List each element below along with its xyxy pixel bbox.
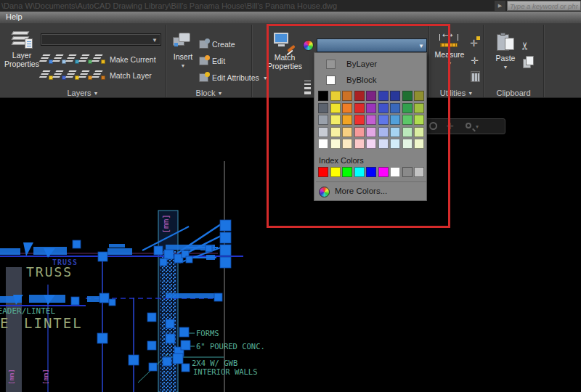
color-swatch[interactable]: [366, 127, 376, 137]
layer-unlock-icon[interactable]: [81, 53, 92, 64]
layer-properties-button[interactable]: Layer Properties: [4, 31, 39, 68]
color-swatch[interactable]: [390, 103, 400, 113]
color-swatch[interactable]: [354, 139, 365, 149]
color-swatch[interactable]: [414, 115, 424, 125]
color-swatch[interactable]: [402, 139, 413, 149]
color-swatch[interactable]: [414, 103, 424, 113]
color-swatch[interactable]: [318, 139, 328, 149]
layer-freeze-icon[interactable]: [55, 53, 66, 64]
color-swatch[interactable]: [330, 115, 341, 125]
layer-off-icon[interactable]: [42, 53, 53, 64]
color-swatch[interactable]: [402, 115, 413, 125]
color-swatch[interactable]: [330, 103, 341, 113]
color-swatch[interactable]: [330, 139, 341, 149]
color-swatch[interactable]: [378, 139, 389, 149]
color-option-bylayer[interactable]: ByLayer: [314, 57, 426, 72]
color-swatch[interactable]: [390, 91, 400, 101]
interior-walls-label[interactable]: INTERIOR WALLS: [193, 367, 258, 376]
search-input[interactable]: [507, 1, 581, 11]
search-go-button[interactable]: ▶: [495, 1, 505, 11]
chevron-down-icon[interactable]: ▼: [418, 43, 424, 49]
menu-help[interactable]: Help: [6, 12, 23, 23]
calculator-icon[interactable]: [471, 71, 480, 82]
forms-label[interactable]: FORMS: [196, 329, 219, 338]
color-swatch[interactable]: [354, 103, 365, 113]
dimension-text-inner[interactable]: [mm]: [42, 312, 49, 385]
layer-lock-orange-icon[interactable]: [81, 69, 92, 80]
color-swatch[interactable]: [354, 167, 365, 177]
color-swatch[interactable]: [390, 127, 400, 137]
color-swatch[interactable]: [342, 127, 352, 137]
layer-thaw-icon[interactable]: [55, 69, 66, 80]
color-swatch[interactable]: [366, 103, 376, 113]
insert-button[interactable]: Insert ▼: [169, 33, 197, 70]
color-swatch[interactable]: [318, 127, 328, 137]
measure-button[interactable]: Measure ▼: [433, 33, 466, 68]
match-layer-icon[interactable]: [94, 69, 105, 80]
edit-attributes-button[interactable]: Edit Attributes ▼: [199, 73, 268, 82]
color-swatch[interactable]: [342, 103, 352, 113]
lintel-label-large[interactable]: LINTEL: [24, 315, 83, 331]
color-swatch[interactable]: [318, 167, 328, 177]
color-swatch[interactable]: [378, 91, 389, 101]
color-swatch[interactable]: [354, 127, 365, 137]
paste-button[interactable]: Paste ▼: [492, 33, 519, 72]
layer-select-combobox[interactable]: ▼: [41, 33, 161, 46]
object-color-combobox[interactable]: ▼: [317, 38, 427, 52]
color-swatch[interactable]: [366, 167, 376, 177]
layers-panel-label[interactable]: Layers ▼: [0, 88, 166, 99]
color-swatch[interactable]: [402, 167, 413, 177]
color-swatch[interactable]: [330, 127, 341, 137]
make-current-button[interactable]: Make Current: [110, 55, 156, 64]
color-swatch[interactable]: [318, 103, 328, 113]
color-swatch[interactable]: [318, 115, 328, 125]
match-properties-button[interactable]: Match Properties: [266, 33, 304, 70]
color-swatch[interactable]: [366, 115, 376, 125]
color-swatch[interactable]: [330, 91, 341, 101]
color-swatch[interactable]: [390, 115, 400, 125]
block-panel-label[interactable]: Block ▼: [167, 88, 251, 99]
truss-label-large[interactable]: TRUSS: [26, 264, 73, 279]
color-swatch[interactable]: [390, 139, 400, 149]
id-point-icon[interactable]: ✛: [470, 38, 478, 49]
color-swatch[interactable]: [354, 115, 365, 125]
point-icon[interactable]: ✛: [471, 55, 479, 66]
copy-icon[interactable]: [526, 56, 534, 65]
make-current-icon[interactable]: [94, 53, 105, 64]
color-swatch[interactable]: [378, 115, 389, 125]
edit-block-button[interactable]: Edit: [199, 57, 225, 65]
color-swatch[interactable]: [342, 115, 352, 125]
color-swatch[interactable]: [402, 103, 413, 113]
color-swatch[interactable]: [342, 167, 352, 177]
layer-on-icon[interactable]: [42, 69, 53, 80]
color-swatch[interactable]: [414, 127, 424, 137]
more-colors-button[interactable]: More Colors...: [314, 184, 426, 200]
dimension-text-left[interactable]: [mm]: [8, 283, 15, 385]
poured-conc-label[interactable]: 6" POURED CONC.: [196, 342, 265, 351]
color-swatch[interactable]: [414, 91, 424, 101]
color-swatch[interactable]: [366, 139, 376, 149]
gwb-label[interactable]: 2X4 W/ GWB: [192, 359, 237, 367]
color-swatch[interactable]: [318, 91, 328, 101]
color-swatch[interactable]: [414, 139, 424, 149]
color-swatch[interactable]: [378, 127, 389, 137]
color-swatch[interactable]: [414, 167, 424, 177]
color-swatch[interactable]: [378, 103, 389, 113]
color-swatch[interactable]: [342, 139, 352, 149]
color-swatch[interactable]: [330, 167, 341, 177]
dimension-text-column[interactable]: [mm]: [161, 214, 171, 234]
color-swatch[interactable]: [390, 167, 400, 177]
match-layer-button[interactable]: Match Layer: [110, 71, 152, 80]
color-swatch[interactable]: [402, 127, 413, 137]
drawing-canvas[interactable]: ✛ ▾: [0, 98, 581, 392]
color-swatch[interactable]: [378, 167, 389, 177]
layer-lock-icon[interactable]: [68, 53, 79, 64]
color-swatch[interactable]: [402, 91, 413, 101]
color-option-byblock[interactable]: ByBlock: [314, 73, 426, 88]
color-swatch[interactable]: [354, 91, 365, 101]
color-swatch[interactable]: [366, 91, 376, 101]
cut-icon[interactable]: ✂: [519, 41, 532, 51]
color-swatch[interactable]: [342, 91, 352, 101]
utilities-panel-label[interactable]: Utilities ▼: [430, 88, 483, 99]
layer-isolate-icon[interactable]: [68, 69, 79, 80]
